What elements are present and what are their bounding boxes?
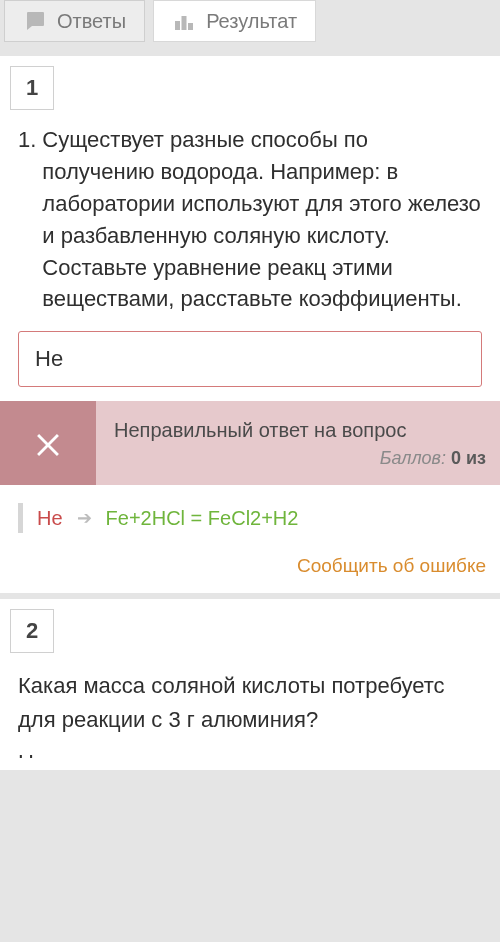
feedback-points: Баллов: 0 из xyxy=(114,448,486,469)
question-content: Существует разные способы по получению в… xyxy=(42,124,482,315)
svg-rect-2 xyxy=(188,23,193,30)
correct-answer: Fe+2HCl = FeCl2+H2 xyxy=(106,507,299,530)
question-text: 1. Существует разные способы по получени… xyxy=(18,124,482,315)
question-number-badge: 1 xyxy=(10,66,54,110)
podium-icon xyxy=(172,9,196,33)
user-answer: Не xyxy=(37,507,63,530)
question-hint-cut: Напишите ответ в виде целого числа с xyxy=(0,738,500,758)
answer-input[interactable] xyxy=(18,331,482,387)
report-error-link[interactable]: Сообщить об ошибке xyxy=(0,543,500,581)
question-card-1: 1 1. Существует разные способы по получе… xyxy=(0,56,500,593)
question-text: Какая масса соляной кислоты потребуетс д… xyxy=(18,669,482,737)
tab-answers[interactable]: Ответы xyxy=(4,0,145,42)
correction-marker xyxy=(18,503,23,533)
chat-icon xyxy=(23,9,47,33)
feedback-title: Неправильный ответ на вопрос xyxy=(114,419,486,442)
feedback-banner: Неправильный ответ на вопрос Баллов: 0 и… xyxy=(0,401,500,485)
tabs-bar: Ответы Результат xyxy=(0,0,500,50)
points-label: Баллов: xyxy=(380,448,446,468)
question-card-2: 2 Какая масса соляной кислоты потребуетс… xyxy=(0,599,500,769)
wrong-icon xyxy=(0,401,96,485)
tab-answers-label: Ответы xyxy=(57,10,126,33)
tab-result-label: Результат xyxy=(206,10,297,33)
points-value: 0 из xyxy=(451,448,486,468)
question-number-badge: 2 xyxy=(10,609,54,653)
question-list-number: 1. xyxy=(18,124,36,315)
arrow-right-icon: ➔ xyxy=(77,507,92,529)
tab-result[interactable]: Результат xyxy=(153,0,316,42)
correction-row: Не ➔ Fe+2HCl = FeCl2+H2 xyxy=(0,485,500,543)
svg-rect-0 xyxy=(175,21,180,30)
svg-rect-1 xyxy=(182,16,187,30)
